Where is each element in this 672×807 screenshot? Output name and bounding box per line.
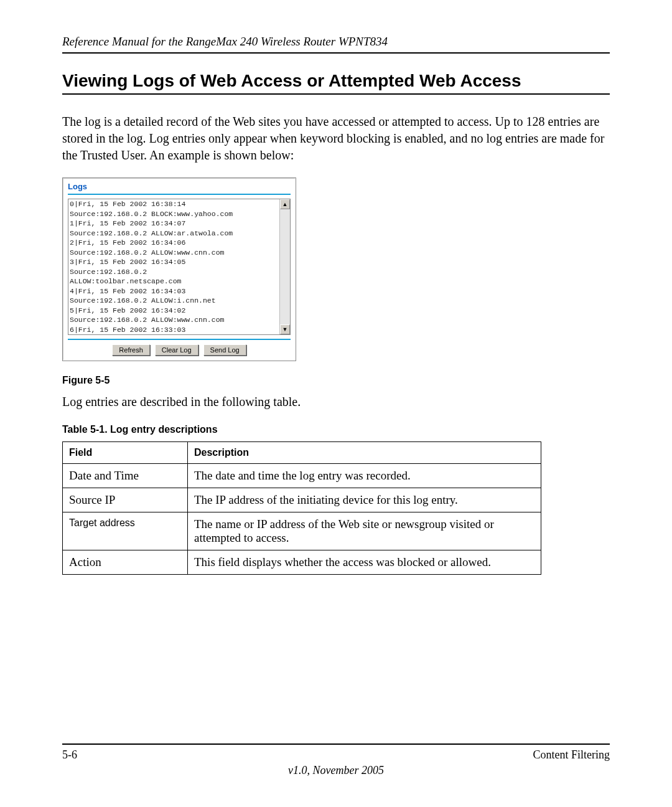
- logs-panel-title: Logs: [68, 182, 291, 191]
- logs-scrollbar[interactable]: ▲ ▼: [279, 199, 290, 334]
- figure-caption: Figure 5-5: [62, 375, 610, 386]
- cell-field: Target address: [63, 512, 188, 550]
- footer-version: v1.0, November 2005: [62, 764, 610, 777]
- logs-button-row: Refresh Clear Log Send Log: [68, 339, 291, 356]
- section-title: Viewing Logs of Web Access or Attempted …: [62, 71, 610, 91]
- th-description: Description: [188, 442, 541, 464]
- table-row: Target addressThe name or IP address of …: [63, 512, 541, 550]
- clear-log-button[interactable]: Clear Log: [155, 344, 198, 356]
- table-caption: Table 5-1. Log entry descriptions: [62, 424, 610, 435]
- cell-field: Date and Time: [63, 464, 188, 488]
- cell-description: The name or IP address of the Web site o…: [188, 512, 541, 550]
- cell-description: The date and time the log entry was reco…: [188, 464, 541, 488]
- section-rule: [62, 93, 610, 95]
- footer-page-number: 5-6: [62, 748, 77, 762]
- table-row: Date and TimeThe date and time the log e…: [63, 464, 541, 488]
- scroll-up-icon[interactable]: ▲: [280, 199, 290, 209]
- doc-header-title: Reference Manual for the RangeMax 240 Wi…: [62, 35, 610, 49]
- cell-description: The IP address of the initiating device …: [188, 488, 541, 512]
- footer-section: Content Filtering: [533, 748, 610, 762]
- cell-field: Source IP: [63, 488, 188, 512]
- logs-content[interactable]: 0|Fri, 15 Feb 2002 16:38:14 Source:192.1…: [68, 199, 279, 334]
- table-header-row: Field Description: [63, 442, 541, 464]
- table-row: Source IPThe IP address of the initiatin…: [63, 488, 541, 512]
- logs-panel: Logs 0|Fri, 15 Feb 2002 16:38:14 Source:…: [62, 177, 296, 361]
- logs-top-rule: [68, 194, 291, 195]
- scroll-track[interactable]: [280, 209, 290, 324]
- logs-textbox: 0|Fri, 15 Feb 2002 16:38:14 Source:192.1…: [68, 199, 291, 335]
- cell-field: Action: [63, 550, 188, 575]
- refresh-button[interactable]: Refresh: [112, 344, 150, 356]
- cell-description: This field displays whether the access w…: [188, 550, 541, 575]
- scroll-down-icon[interactable]: ▼: [280, 324, 290, 334]
- header-rule: [62, 52, 610, 54]
- table-row: ActionThis field displays whether the ac…: [63, 550, 541, 575]
- page-footer: 5-6 Content Filtering v1.0, November 200…: [62, 743, 610, 777]
- footer-rule: [62, 743, 610, 745]
- th-field: Field: [63, 442, 188, 464]
- log-entry-table: Field Description Date and TimeThe date …: [62, 441, 541, 575]
- send-log-button[interactable]: Send Log: [203, 344, 246, 356]
- intro-paragraph: The log is a detailed record of the Web …: [62, 113, 610, 164]
- after-figure-text: Log entries are described in the followi…: [62, 394, 610, 410]
